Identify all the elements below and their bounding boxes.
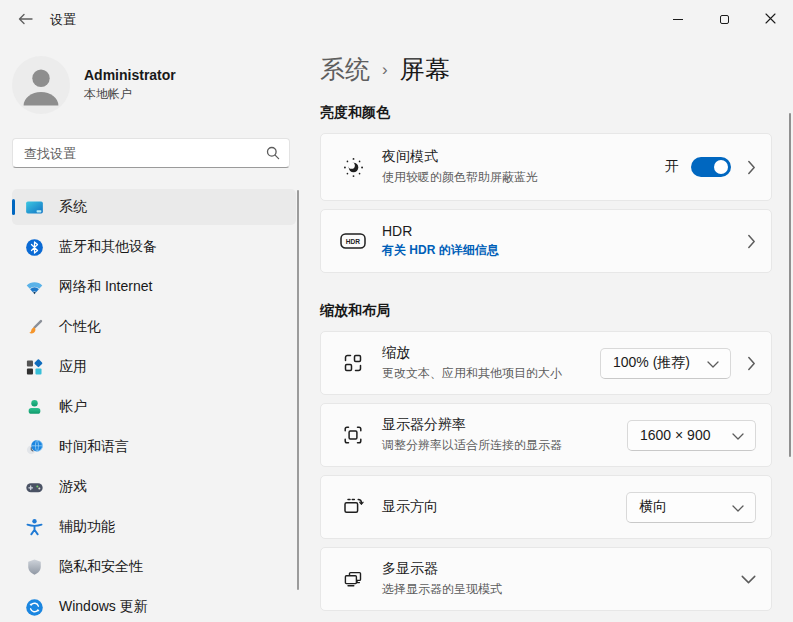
sidebar-item-windows-update[interactable]: Windows 更新 bbox=[12, 589, 296, 622]
sidebar-nav: 系统 蓝牙和其他设备 网络和 Internet 个性化 bbox=[0, 189, 300, 622]
chevron-right-icon[interactable] bbox=[747, 234, 756, 249]
multi-display-subtitle: 选择显示器的呈现模式 bbox=[382, 581, 741, 598]
windows-update-icon bbox=[25, 598, 44, 617]
main-scrollbar[interactable] bbox=[789, 113, 791, 457]
sidebar: Administrator 本地帐户 系统 蓝牙和其他 bbox=[0, 40, 300, 622]
search-box bbox=[12, 138, 290, 168]
account-type: 本地帐户 bbox=[84, 86, 176, 103]
personalization-icon bbox=[25, 318, 44, 337]
breadcrumb-parent[interactable]: 系统 bbox=[320, 53, 370, 86]
resolution-title: 显示器分辨率 bbox=[382, 416, 627, 434]
sidebar-item-bluetooth[interactable]: 蓝牙和其他设备 bbox=[12, 229, 296, 265]
sidebar-item-apps[interactable]: 应用 bbox=[12, 349, 296, 385]
window-controls bbox=[655, 0, 793, 40]
sidebar-item-label: 辅助功能 bbox=[59, 518, 115, 536]
privacy-icon bbox=[25, 558, 44, 577]
sidebar-item-label: 个性化 bbox=[59, 318, 101, 336]
user-name: Administrator bbox=[84, 67, 176, 83]
night-light-icon bbox=[340, 156, 366, 179]
user-profile[interactable]: Administrator 本地帐户 bbox=[12, 48, 300, 122]
chevron-down-icon bbox=[732, 427, 744, 443]
avatar bbox=[12, 56, 70, 114]
sidebar-scrollbar[interactable] bbox=[297, 190, 299, 590]
hdr-row[interactable]: HDR HDR 有关 HDR 的详细信息 bbox=[320, 209, 772, 273]
selected-indicator bbox=[12, 199, 15, 215]
orientation-dropdown-value: 横向 bbox=[639, 498, 667, 516]
resolution-row[interactable]: 显示器分辨率 调整分辨率以适合所连接的显示器 1600 × 900 bbox=[320, 403, 772, 467]
expander-chevron-down-icon[interactable] bbox=[741, 575, 756, 584]
sidebar-item-time-language[interactable]: 时间和语言 bbox=[12, 429, 296, 465]
chevron-right-icon[interactable] bbox=[747, 356, 756, 371]
hdr-icon-text: HDR bbox=[346, 238, 361, 245]
apps-icon bbox=[25, 358, 44, 377]
toggle-knob bbox=[714, 160, 728, 174]
hdr-icon: HDR bbox=[340, 232, 366, 250]
night-light-subtitle: 使用较暖的颜色帮助屏蔽蓝光 bbox=[382, 169, 665, 186]
accessibility-icon bbox=[25, 518, 44, 537]
sidebar-item-accessibility[interactable]: 辅助功能 bbox=[12, 509, 296, 545]
orientation-dropdown[interactable]: 横向 bbox=[626, 492, 756, 523]
breadcrumb-chevron-icon: › bbox=[382, 58, 388, 80]
night-light-row[interactable]: 夜间模式 使用较暖的颜色帮助屏蔽蓝光 开 bbox=[320, 133, 772, 201]
close-button[interactable] bbox=[747, 0, 793, 38]
maximize-button[interactable] bbox=[701, 0, 747, 38]
sidebar-item-label: 网络和 Internet bbox=[59, 278, 152, 296]
sidebar-item-network[interactable]: 网络和 Internet bbox=[12, 269, 296, 305]
sidebar-item-personalization[interactable]: 个性化 bbox=[12, 309, 296, 345]
scale-dropdown[interactable]: 100% (推荐) bbox=[600, 348, 731, 379]
chevron-right-icon[interactable] bbox=[747, 160, 756, 175]
hdr-title: HDR bbox=[382, 223, 731, 239]
minimize-icon bbox=[673, 19, 683, 20]
multi-display-title: 多显示器 bbox=[382, 560, 741, 578]
scale-row[interactable]: 缩放 更改文本、应用和其他项目的大小 100% (推荐) bbox=[320, 331, 772, 395]
system-icon bbox=[25, 198, 44, 217]
scale-icon bbox=[340, 352, 366, 374]
person-icon bbox=[12, 56, 70, 114]
sidebar-item-label: 隐私和安全性 bbox=[59, 558, 143, 576]
chevron-down-icon bbox=[732, 499, 744, 515]
resolution-icon bbox=[340, 424, 366, 446]
multi-display-icon bbox=[340, 568, 366, 590]
resolution-subtitle: 调整分辨率以适合所连接的显示器 bbox=[382, 437, 627, 454]
resolution-dropdown[interactable]: 1600 × 900 bbox=[627, 420, 756, 451]
sidebar-item-system[interactable]: 系统 bbox=[12, 189, 296, 225]
scale-title: 缩放 bbox=[382, 344, 600, 362]
time-language-icon bbox=[25, 438, 44, 457]
multi-display-row[interactable]: 多显示器 选择显示器的呈现模式 bbox=[320, 547, 772, 611]
close-icon bbox=[765, 10, 776, 28]
accounts-icon bbox=[25, 398, 44, 417]
back-button[interactable] bbox=[8, 5, 42, 35]
section-title-brightness-color: 亮度和颜色 bbox=[320, 104, 793, 122]
sidebar-item-gaming[interactable]: 游戏 bbox=[12, 469, 296, 505]
bluetooth-icon bbox=[25, 238, 44, 257]
resolution-dropdown-value: 1600 × 900 bbox=[640, 427, 710, 443]
orientation-title: 显示方向 bbox=[382, 498, 626, 516]
scale-subtitle: 更改文本、应用和其他项目的大小 bbox=[382, 365, 600, 382]
night-light-toggle[interactable] bbox=[691, 157, 731, 177]
maximize-icon bbox=[720, 15, 729, 24]
sidebar-item-label: Windows 更新 bbox=[59, 598, 148, 616]
titlebar: 设置 bbox=[0, 0, 793, 40]
search-input[interactable] bbox=[12, 138, 290, 168]
search-icon bbox=[265, 145, 281, 165]
sidebar-item-label: 帐户 bbox=[59, 398, 87, 416]
minimize-button[interactable] bbox=[655, 0, 701, 38]
main-content: 系统 › 屏幕 亮度和颜色 夜间模式 使用较暖的颜色帮助屏蔽蓝光 开 bbox=[300, 40, 793, 622]
sidebar-item-label: 蓝牙和其他设备 bbox=[59, 238, 157, 256]
sidebar-item-label: 游戏 bbox=[59, 478, 87, 496]
gaming-icon bbox=[25, 478, 44, 497]
settings-window: 设置 Administrator 本地帐户 bbox=[0, 0, 793, 622]
sidebar-item-label: 系统 bbox=[59, 198, 87, 216]
breadcrumb: 系统 › 屏幕 bbox=[320, 52, 793, 86]
hdr-info-link[interactable]: 有关 HDR 的详细信息 bbox=[382, 242, 731, 259]
orientation-icon bbox=[340, 496, 366, 518]
chevron-down-icon bbox=[707, 355, 719, 371]
sidebar-item-accounts[interactable]: 帐户 bbox=[12, 389, 296, 425]
night-light-title: 夜间模式 bbox=[382, 148, 665, 166]
network-icon bbox=[25, 278, 44, 297]
sidebar-item-privacy[interactable]: 隐私和安全性 bbox=[12, 549, 296, 585]
toggle-state-label: 开 bbox=[665, 158, 679, 176]
orientation-row[interactable]: 显示方向 横向 bbox=[320, 475, 772, 539]
arrow-left-icon bbox=[18, 11, 33, 29]
sidebar-item-label: 时间和语言 bbox=[59, 438, 129, 456]
